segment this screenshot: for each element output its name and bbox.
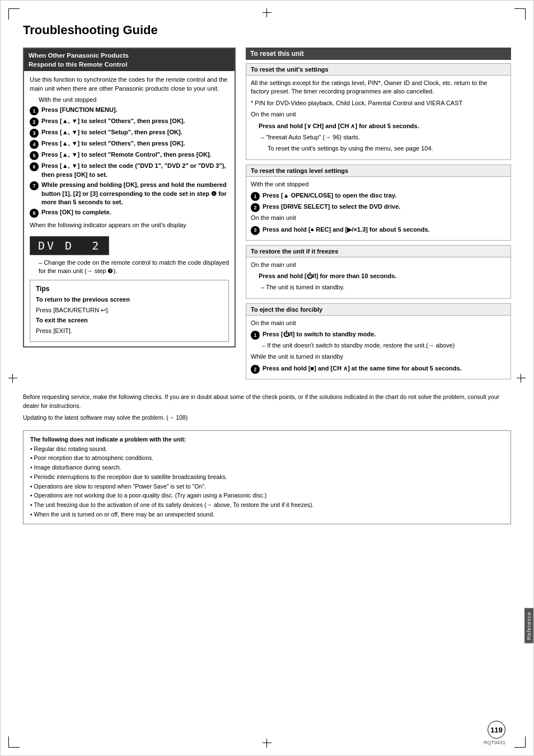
notice-item: • Operations are slow to respond when "P… — [30, 482, 504, 491]
corner-mark-tl — [8, 8, 20, 20]
step-2: 2 Press [▲, ▼] to select "Others", then … — [30, 117, 229, 126]
step-text-5: Press [▲, ▼] to select "Remote Control",… — [41, 151, 229, 159]
subsection-reset-ratings: To reset the ratings level settings With… — [246, 165, 511, 241]
subsection-body-2: With the unit stopped 1 Press [▲ OPEN/CL… — [246, 177, 510, 240]
eject-step-num-2: 2 — [251, 365, 260, 374]
step-7: 7 While pressing and holding [OK], press… — [30, 181, 229, 206]
ratings-step3: 3 Press and hold [● REC] and [▶/×1.3] fo… — [251, 226, 506, 235]
reset-settings-dash1: – "freesat Auto Setup" (→ 96) starts. — [251, 133, 506, 142]
eject-step1: 1 Press [⏻/I] to switch to standby mode. — [251, 330, 506, 340]
remote-control-section: When Other Panasonic Products Respond to… — [23, 48, 236, 348]
unit-stopped-label: With the unit stopped — [30, 96, 229, 104]
intro-text: Use this function to synchronize the cod… — [30, 76, 229, 93]
step-num-2: 2 — [30, 118, 39, 126]
subsection-restore-freeze: To restore the unit if it freezes On the… — [246, 245, 511, 299]
notice-item: • The unit freezing due to the activatio… — [30, 501, 504, 509]
step-num-3: 3 — [30, 129, 39, 138]
eject-step2-text: Press and hold [■] and [CH ∧] at the sam… — [263, 364, 462, 373]
tips-title: Tips — [36, 285, 223, 293]
ratings-step3-text: Press and hold [● REC] and [▶/×1.3] for … — [263, 226, 430, 234]
step-text-3: Press [▲, ▼] to select "Setup", then pre… — [41, 128, 229, 137]
before-text-2: Updating to the latest software may solv… — [23, 414, 511, 422]
corner-mark-bl — [8, 736, 20, 748]
tip-2-label: To exit the screen — [36, 316, 223, 325]
step-num-1: 1 — [30, 106, 39, 115]
step-text-2: Press [▲, ▼] to select "Others", then pr… — [41, 117, 229, 125]
reset-settings-dash2: To reset the unit's settings by using th… — [251, 144, 506, 153]
subsection-header-2: To reset the ratings level settings — [246, 165, 510, 177]
corner-mark-tr — [514, 8, 526, 20]
ratings-step1: 1 Press [▲ OPEN/CLOSE] to open the disc … — [251, 191, 506, 201]
reset-settings-step: Press and hold [∨ CH] and [CH ∧] for abo… — [251, 122, 506, 130]
notice-item: • Poor reception due to atmospheric cond… — [30, 454, 504, 462]
step-num-6: 6 — [30, 162, 39, 171]
ratings-step-num-1: 1 — [251, 192, 260, 201]
reset-settings-desc: All the settings except for the ratings … — [251, 79, 506, 96]
reference-tab: Reference — [524, 608, 533, 644]
tip-2-text: Press [EXIT]. — [36, 327, 223, 335]
left-column: When Other Panasonic Products Respond to… — [23, 48, 236, 353]
change-code-note: – Change the code on the remote control … — [30, 259, 229, 276]
notice-item: • Periodic interruptions to the receptio… — [30, 473, 504, 481]
notice-item: • When the unit is turned on or off, the… — [30, 510, 504, 519]
remote-control-title: When Other Panasonic Products Respond to… — [24, 49, 235, 71]
before-text-1: Before requesting service, make the foll… — [23, 393, 511, 411]
eject-step1-text: Press [⏻/I] to switch to standby mode. — [263, 330, 376, 339]
step-4: 4 Press [▲, ▼] to select "Others", then … — [30, 139, 229, 149]
ratings-step2: 2 Press [DRIVE SELECT] to select the DVD… — [251, 203, 506, 212]
step-num-4: 4 — [30, 140, 39, 149]
notice-title: The following does not indicate a proble… — [30, 435, 504, 444]
ratings-on-main: On the main unit — [251, 214, 506, 222]
subsection-header-4: To eject the disc forcibly — [246, 304, 510, 316]
subsection-body-3: On the main unit Press and hold [⏻/I] fo… — [246, 257, 510, 298]
corner-mark-br — [514, 736, 526, 748]
reset-main-header: To reset this unit — [246, 48, 511, 60]
notice-box: The following does not indicate a proble… — [23, 430, 511, 524]
main-content: When Other Panasonic Products Respond to… — [23, 48, 511, 384]
right-column: To reset this unit To reset the unit's s… — [246, 48, 511, 384]
indicator-text: When the following indicator appears on … — [30, 221, 229, 229]
eject-step-num-1: 1 — [251, 331, 260, 340]
step-text-1: Press [FUNCTION MENU]. — [41, 106, 229, 114]
on-main-unit-1: On the main unit — [251, 110, 506, 119]
step-text-6: Press [▲, ▼] to select the code ("DVD 1"… — [41, 162, 229, 179]
page-title: Troubleshooting Guide — [23, 17, 511, 37]
step-text-4: Press [▲, ▼] to select "Others", then pr… — [41, 139, 229, 148]
ratings-step-num-3: 3 — [251, 226, 260, 235]
bottom-section: Before requesting service, make the foll… — [23, 393, 511, 524]
tips-box: Tips To return to the previous screen Pr… — [30, 280, 229, 342]
subsection-body-4: On the main unit 1 Press [⏻/I] to switch… — [246, 316, 510, 379]
notice-items: • Regular disc rotating sound.• Poor rec… — [30, 445, 504, 519]
step-text-7: While pressing and holding [OK], press a… — [41, 181, 229, 206]
notice-item: • Regular disc rotating sound. — [30, 445, 504, 453]
steps-list: 1 Press [FUNCTION MENU]. 2 Press [▲, ▼] … — [30, 106, 229, 218]
eject-step2: 2 Press and hold [■] and [CH ∧] at the s… — [251, 364, 506, 374]
freeze-step: Press and hold [⏻/I] for more than 10 se… — [251, 272, 506, 280]
display-box: DV D 2 — [30, 233, 229, 259]
ratings-step-num-2: 2 — [251, 203, 260, 212]
subsection-reset-settings: To reset the unit's settings All the set… — [246, 63, 511, 160]
tip-1-text: Press [BACK/RETURN ↩]. — [36, 306, 223, 314]
crosshair-right — [517, 374, 526, 383]
step-5: 5 Press [▲, ▼] to select "Remote Control… — [30, 151, 229, 160]
eject-dash1: – If the unit doesn't switch to standby … — [251, 341, 506, 350]
doc-number: RQT9431 — [484, 740, 505, 745]
step-1: 1 Press [FUNCTION MENU]. — [30, 106, 229, 115]
step-num-8: 8 — [30, 209, 39, 218]
subsection-header-1: To reset the unit's settings — [246, 64, 510, 76]
notice-item: • Operations are not working due to a po… — [30, 491, 504, 500]
reset-settings-note: * PIN for DVD-Video playback, Child Lock… — [251, 99, 506, 107]
step-3: 3 Press [▲, ▼] to select "Setup", then p… — [30, 128, 229, 138]
step-num-5: 5 — [30, 151, 39, 160]
ratings-unit-stopped: With the unit stopped — [251, 180, 506, 189]
subsection-body-1: All the settings except for the ratings … — [246, 76, 510, 159]
ratings-step2-text: Press [DRIVE SELECT] to select the DVD d… — [263, 203, 400, 211]
step-8: 8 Press [OK] to complete. — [30, 208, 229, 218]
ratings-step1-text: Press [▲ OPEN/CLOSE] to open the disc tr… — [263, 191, 396, 200]
page-number: 119 — [488, 721, 505, 739]
step-6: 6 Press [▲, ▼] to select the code ("DVD … — [30, 162, 229, 179]
eject-in-standby: While the unit is turned in standby — [251, 353, 506, 361]
tip-1-label: To return to the previous screen — [36, 295, 223, 304]
step-num-7: 7 — [30, 181, 39, 190]
crosshair-top — [263, 8, 271, 17]
